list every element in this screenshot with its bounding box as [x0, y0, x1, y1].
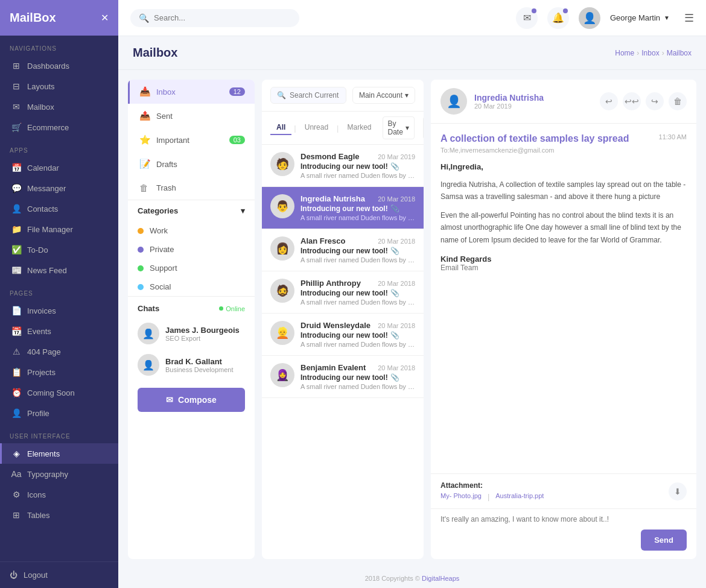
sidebar-item-projects[interactable]: 📋 Projects — [0, 362, 118, 382]
sidebar-item-contacts[interactable]: 👤 Contacts — [0, 198, 118, 219]
chat-person-0[interactable]: 👤 James J. Bourgeois SEO Export — [128, 318, 255, 349]
category-support[interactable]: Support — [128, 259, 255, 277]
sidebar: MailBox ✕ NAVIGATIONS ⊞ Dashboards ⊟ Lay… — [0, 0, 118, 588]
sidebar-item-label: Tables — [27, 511, 50, 520]
sidebar-item-events[interactable]: 📆 Events — [0, 321, 118, 341]
sidebar-item-invoices[interactable]: 📄 Invoices — [0, 300, 118, 321]
sidebar-header: MailBox ✕ — [0, 0, 118, 36]
mail-sender-3: Phillip Anthropy — [301, 279, 361, 288]
breadcrumb-inbox[interactable]: Inbox — [641, 49, 659, 57]
sidebar-item-label: Calendar — [27, 163, 59, 172]
folder-inbox[interactable]: 📥 Inbox 12 — [128, 80, 255, 104]
category-work[interactable]: Work — [128, 221, 255, 240]
filter-newest[interactable]: Newest ▾ — [423, 116, 424, 139]
folder-drafts[interactable]: 📝 Drafts — [128, 152, 255, 176]
mail-icon-button[interactable]: ✉ — [516, 7, 538, 29]
compose-button[interactable]: ✉ Compose — [138, 388, 245, 412]
chat-person-1[interactable]: 👤 Brad K. Gallant Business Development — [128, 349, 255, 381]
mail-item-2[interactable]: 👩 Alan Fresco 20 Mar 2018 Introducing ou… — [262, 229, 424, 271]
sidebar-item-label: Coming Soon — [27, 388, 75, 397]
sidebar-item-todo[interactable]: ✅ To-Do — [0, 239, 118, 260]
mail-attachment-row: Attachment: My- Photo.jpg | Australia-tr… — [431, 473, 696, 508]
mail-detail-greeting: Hi,Ingredia, — [440, 162, 687, 171]
calendar-icon: 📅 — [11, 163, 21, 172]
categories-label: Categories — [138, 206, 178, 215]
sidebar-item-messanger[interactable]: 💬 Messanger — [0, 178, 118, 198]
mail-preview-5: A small river named Duden flows by their… — [301, 383, 415, 390]
sidebar-item-comingsoon[interactable]: ⏰ Coming Soon — [0, 382, 118, 403]
close-icon[interactable]: ✕ — [101, 12, 109, 24]
hamburger-menu[interactable]: ☰ — [684, 11, 694, 25]
forward-button[interactable]: ↪ — [646, 92, 664, 110]
private-dot — [138, 247, 144, 253]
mail-search-icon: 🔍 — [277, 91, 286, 100]
nav-label: NAVIGATIONS — [0, 36, 118, 55]
icons-icon: ⚙ — [11, 490, 21, 499]
mail-search-box: 🔍 — [270, 87, 346, 104]
sidebar-item-label: 404 Page — [27, 347, 61, 356]
sidebar-item-tables[interactable]: ⊞ Tables — [0, 505, 118, 525]
mail-item-4[interactable]: 👱 Druid Wensleydale 20 Mar 2018 Introduc… — [262, 314, 424, 356]
category-social[interactable]: Social — [128, 277, 255, 296]
mail-right-panel: 👤 Ingredia Nutrisha 20 Mar 2019 ↩ ↩↩ ↪ 🗑 — [431, 80, 696, 559]
account-selector[interactable]: Main Account ▾ — [352, 87, 415, 104]
notification-button[interactable]: 🔔 — [547, 7, 569, 29]
mail-item-body-4: Druid Wensleydale 20 Mar 2018 Introducin… — [301, 321, 415, 348]
mail-sender-2: Alan Fresco — [301, 236, 345, 245]
sidebar-item-label: Contacts — [27, 204, 58, 213]
sidebar-item-newsfeed[interactable]: 📰 News Feed — [0, 260, 118, 280]
filter-tab-unread[interactable]: Unread — [299, 121, 334, 135]
sidebar-item-elements[interactable]: ◈ Elements — [0, 443, 118, 464]
user-menu[interactable]: George Martin ▼ — [610, 13, 670, 22]
mail-detail-sign: Kind Regards Email Team — [440, 254, 687, 272]
categories-toggle[interactable]: Categories ▾ — [128, 200, 255, 221]
work-dot — [138, 228, 144, 234]
logout-button[interactable]: ⏻ Logout — [0, 561, 118, 588]
sidebar-item-label: Invoices — [27, 306, 56, 315]
filter-by-date[interactable]: By Date ▾ — [383, 116, 415, 139]
mailbox-columns: 📥 Inbox 12 📤 Sent ⭐ Important 03 📝 Draft… — [118, 70, 706, 569]
folder-sent[interactable]: 📤 Sent — [128, 104, 255, 128]
apps-label: APPS — [0, 138, 118, 157]
mail-item-3[interactable]: 🧔 Phillip Anthropy 20 Mar 2018 Introduci… — [262, 271, 424, 314]
reply-input[interactable] — [440, 515, 687, 523]
delete-button[interactable]: 🗑 — [669, 92, 687, 110]
mail-item-5[interactable]: 🧕 Benjamin Evalent 20 Mar 2018 Introduci… — [262, 356, 424, 398]
sidebar-item-dashboards[interactable]: ⊞ Dashboards — [0, 55, 118, 76]
folder-trash[interactable]: 🗑 Trash — [128, 176, 255, 200]
mail-sender-4: Druid Wensleydale — [301, 321, 370, 330]
logout-label: Logout — [24, 571, 48, 580]
sidebar-item-404[interactable]: ⚠ 404 Page — [0, 341, 118, 362]
sidebar-item-calendar[interactable]: 📅 Calendar — [0, 157, 118, 178]
sidebar-item-mailbox[interactable]: ✉ Mailbox — [0, 96, 118, 117]
send-button[interactable]: Send — [641, 530, 687, 551]
mail-search-input[interactable] — [290, 91, 340, 100]
attachment-file-0[interactable]: My- Photo.jpg — [440, 492, 482, 501]
mail-item-body-3: Phillip Anthropy 20 Mar 2018 Introducing… — [301, 279, 415, 306]
star-icon: ⭐ — [139, 134, 150, 145]
attach-icon-2: 📎 — [390, 247, 399, 255]
folder-important[interactable]: ⭐ Important 03 — [128, 128, 255, 152]
topbar-right: ✉ 🔔 👤 George Martin ▼ ☰ — [516, 7, 694, 29]
mail-item-body-2: Alan Fresco 20 Mar 2018 Introducing our … — [301, 236, 415, 264]
filter-tab-all[interactable]: All — [270, 121, 291, 135]
breadcrumb-home[interactable]: Home — [615, 49, 634, 57]
sidebar-item-typography[interactable]: Aa Typography — [0, 464, 118, 484]
mail-item-1[interactable]: 👨 Ingredia Nutrisha 20 Mar 2018 Introduc… — [262, 187, 424, 229]
sidebar-item-icons[interactable]: ⚙ Icons — [0, 484, 118, 505]
category-private[interactable]: Private — [128, 240, 255, 259]
search-input[interactable] — [154, 13, 287, 22]
sidebar-item-layouts[interactable]: ⊟ Layouts — [0, 76, 118, 96]
sidebar-item-filemanager[interactable]: 📁 File Manager — [0, 219, 118, 239]
reply-all-button[interactable]: ↩↩ — [623, 92, 641, 110]
mail-item-0[interactable]: 🧑 Desmond Eagle 20 Mar 2019 Introducing … — [262, 145, 424, 187]
reply-button[interactable]: ↩ — [600, 92, 618, 110]
attachment-file-1[interactable]: Australia-trip.ppt — [495, 492, 544, 501]
footer-link[interactable]: DigitalHeaps — [422, 575, 459, 582]
sidebar-item-profile[interactable]: 👤 Profile — [0, 403, 118, 423]
bell-icon: 🔔 — [552, 12, 564, 24]
sidebar-item-ecommerce[interactable]: 🛒 Ecommerce — [0, 117, 118, 138]
filter-tab-marked[interactable]: Marked — [341, 121, 377, 135]
download-button[interactable]: ⬇ — [669, 482, 687, 501]
filter-sep1: | — [294, 124, 296, 133]
